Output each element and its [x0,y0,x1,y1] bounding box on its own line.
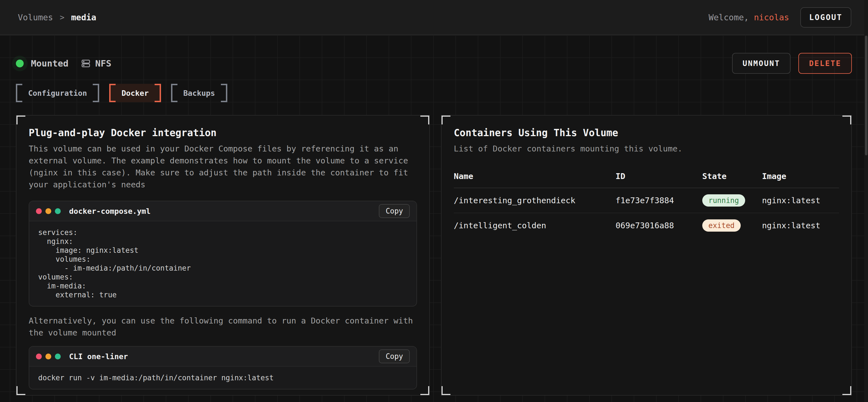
welcome-prefix: Welcome, [709,12,754,22]
column-header-image: Image [762,171,839,188]
column-header-state: State [702,171,762,188]
traffic-light-dots [36,208,61,214]
container-id: f1e73e7f3884 [616,188,702,213]
tab-configuration[interactable]: Configuration [16,84,99,102]
cli-code-header: CLI one-liner Copy [29,346,416,367]
compose-copy-button[interactable]: Copy [379,204,410,218]
red-dot-icon [36,208,42,214]
scrollbar[interactable] [864,0,868,402]
containers-panel: Containers Using This Volume List of Doc… [441,115,852,396]
green-dot-icon [55,354,61,359]
containers-panel-subtitle: List of Docker containers mounting this … [454,143,839,155]
breadcrumb: Volumes > media [18,12,96,22]
panel-corner-bracket [842,115,852,125]
main-content: Mounted NFS UNMOUNT DELETE Configuration… [0,35,868,396]
docker-integration-panel: Plug-and-play Docker integration This vo… [16,115,430,396]
container-image: nginx:latest [762,213,839,238]
panels: Plug-and-play Docker integration This vo… [16,115,852,396]
cli-intro-text: Alternatively, you can use the following… [29,315,417,339]
docker-panel-description: This volume can be used in your Docker C… [29,143,417,191]
cli-code-card: CLI one-liner Copy docker run -v im-medi… [29,346,417,390]
panel-corner-bracket [16,115,25,125]
red-dot-icon [36,354,42,359]
driver-label: NFS [95,58,112,69]
container-name: /interesting_grothendieck [454,188,616,213]
server-icon [81,59,91,68]
top-bar-right: Welcome, nicolas LOGOUT [709,7,851,28]
compose-code-body: services: nginx: image: nginx:latest vol… [29,221,416,306]
top-bar: Volumes > media Welcome, nicolas LOGOUT [0,0,868,35]
volume-driver: NFS [81,58,112,69]
container-state-badge: running [702,194,745,207]
amber-dot-icon [45,208,51,214]
breadcrumb-volumes-link[interactable]: Volumes [18,12,53,22]
volume-status: Mounted NFS [16,58,112,69]
compose-code-header: docker-compose.yml Copy [29,201,416,221]
compose-filename: docker-compose.yml [69,207,374,215]
cli-title: CLI one-liner [69,352,374,361]
compose-code: services: nginx: image: nginx:latest vol… [38,228,407,299]
tab-docker[interactable]: Docker [109,84,161,102]
delete-button[interactable]: DELETE [798,53,852,74]
cli-code-body: docker run -v im-media:/path/in/containe… [29,367,416,389]
welcome-text: Welcome, nicolas [709,12,789,22]
green-dot-icon [55,208,61,214]
logout-button[interactable]: LOGOUT [800,7,851,28]
unmount-button[interactable]: UNMOUNT [732,53,791,74]
container-id: 069e73016a88 [616,213,702,238]
tab-backups[interactable]: Backups [171,84,227,102]
panel-corner-bracket [420,115,430,125]
panel-corner-bracket [16,386,25,396]
breadcrumb-separator-icon: > [60,13,64,22]
scrollbar-thumb[interactable] [865,36,867,155]
containers-table: Name ID State Image /interesting_grothen… [454,171,839,238]
container-name: /intelligent_colden [454,213,616,238]
container-row: /interesting_grothendieck f1e73e7f3884 r… [454,188,839,213]
container-row: /intelligent_colden 069e73016a88 exited … [454,213,839,238]
compose-code-card: docker-compose.yml Copy services: nginx:… [29,201,417,306]
tab-bar: Configuration Docker Backups [16,84,852,102]
volume-actions: UNMOUNT DELETE [732,53,852,74]
cli-copy-button[interactable]: Copy [379,349,410,363]
containers-table-header-row: Name ID State Image [454,171,839,188]
container-image: nginx:latest [762,188,839,213]
mounted-status-label: Mounted [31,58,68,69]
volume-status-row: Mounted NFS UNMOUNT DELETE [16,53,852,74]
panel-corner-bracket [420,386,430,396]
cli-code: docker run -v im-media:/path/in/containe… [38,373,407,382]
mounted-status-dot-icon [16,60,24,67]
column-header-name: Name [454,171,616,188]
traffic-light-dots [36,354,61,359]
panel-corner-bracket [441,386,451,396]
username: nicolas [754,12,789,22]
breadcrumb-current-volume: media [71,12,96,22]
panel-corner-bracket [842,386,852,396]
container-state-badge: exited [702,220,741,232]
column-header-id: ID [616,171,702,188]
docker-panel-title: Plug-and-play Docker integration [29,127,417,138]
panel-corner-bracket [441,115,451,125]
containers-panel-title: Containers Using This Volume [454,127,839,138]
amber-dot-icon [45,354,51,359]
